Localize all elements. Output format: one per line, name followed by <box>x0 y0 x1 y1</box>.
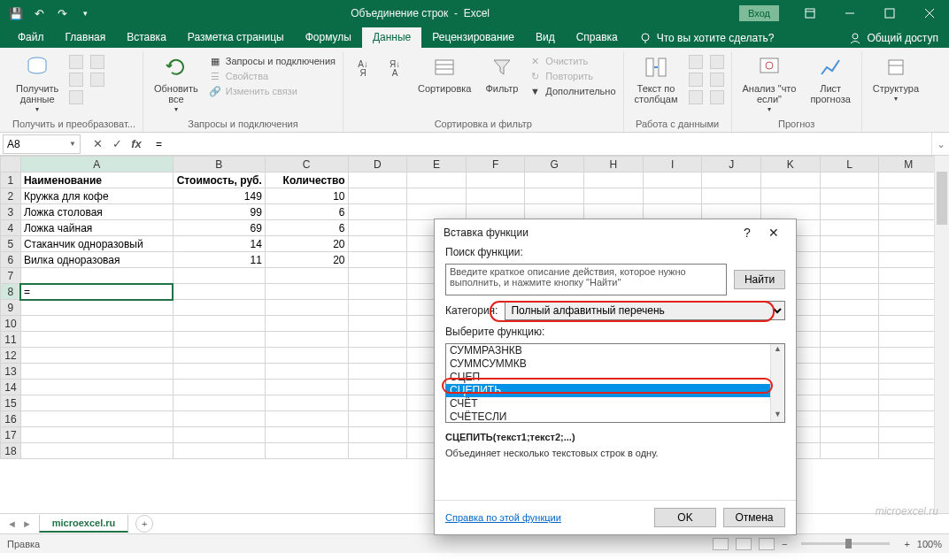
col-header[interactable]: G <box>525 157 584 173</box>
get-data-button[interactable]: Получить данные ▾ <box>12 51 62 116</box>
ok-button[interactable]: OK <box>654 508 716 527</box>
refresh-all-button[interactable]: Обновить все ▾ <box>150 51 202 116</box>
tab-help[interactable]: Справка <box>566 27 629 48</box>
redo-icon[interactable]: ↷ <box>55 6 69 20</box>
expand-formula-icon[interactable]: ⌄ <box>931 133 949 155</box>
cell[interactable]: Вилка одноразовая <box>20 252 173 268</box>
queries-connections-item[interactable]: ▦Запросы и подключения <box>209 55 336 67</box>
cell[interactable]: 11 <box>173 252 265 268</box>
sort-za-button[interactable]: Я↓А <box>382 51 407 83</box>
row-header[interactable]: 4 <box>1 220 21 236</box>
col-header[interactable]: K <box>761 157 821 173</box>
cell[interactable]: 149 <box>173 188 265 204</box>
dialog-close-icon[interactable]: ✕ <box>760 226 787 240</box>
view-page-layout-icon[interactable] <box>736 538 752 550</box>
row-header[interactable]: 3 <box>1 204 21 220</box>
col-header[interactable]: D <box>348 157 407 173</box>
dialog-help-icon[interactable]: ? <box>734 226 760 240</box>
view-normal-icon[interactable] <box>713 538 729 550</box>
datatools-mini-2[interactable] <box>710 51 724 104</box>
row-header[interactable]: 12 <box>1 348 21 364</box>
active-cell[interactable]: = <box>20 284 173 300</box>
function-option[interactable]: СЧЁТ <box>446 397 784 410</box>
cell[interactable]: 99 <box>173 204 265 220</box>
function-list[interactable]: СУММРАЗНКВ СУММСУММКВ СЦЕП СЦЕПИТЬ СЧЁТ … <box>445 343 785 423</box>
maximize-icon[interactable] <box>869 0 909 27</box>
save-icon[interactable]: 💾 <box>9 6 23 20</box>
row-header[interactable]: 8 <box>1 284 21 300</box>
get-data-mini-icons[interactable] <box>69 51 83 104</box>
text-to-columns-button[interactable]: Текст по столбцам <box>631 51 682 106</box>
cell[interactable]: 14 <box>173 236 265 252</box>
cancel-formula-icon[interactable]: ✕ <box>89 137 106 150</box>
fx-icon[interactable]: fx <box>127 137 145 150</box>
whatif-button[interactable]: Анализ "что если" ▾ <box>739 51 800 116</box>
tab-page-layout[interactable]: Разметка страницы <box>177 27 295 48</box>
undo-icon[interactable]: ↶ <box>32 6 46 20</box>
ribbon-options-icon[interactable] <box>790 0 829 27</box>
col-header[interactable]: M <box>879 157 934 173</box>
cell[interactable]: 69 <box>173 220 265 236</box>
row-header[interactable]: 18 <box>1 443 21 459</box>
row-header[interactable]: 2 <box>1 188 21 204</box>
zoom-slider[interactable] <box>801 542 890 545</box>
formula-input[interactable]: = <box>150 138 931 150</box>
tab-review[interactable]: Рецензирование <box>421 27 525 48</box>
row-header[interactable]: 7 <box>1 268 21 284</box>
enter-formula-icon[interactable]: ✓ <box>108 137 126 150</box>
sheet-tab[interactable]: microexcel.ru <box>39 515 129 533</box>
cell[interactable]: Количество <box>265 173 348 188</box>
datatools-mini-1[interactable] <box>689 51 703 104</box>
search-function-input[interactable] <box>445 264 727 295</box>
function-option[interactable]: СУММСУММКВ <box>446 357 784 371</box>
find-button[interactable]: Найти <box>734 270 785 289</box>
row-header[interactable]: 17 <box>1 427 21 443</box>
zoom-out-icon[interactable]: − <box>782 539 787 549</box>
row-header[interactable]: 5 <box>1 236 21 252</box>
cell[interactable]: 6 <box>265 204 348 220</box>
cell[interactable]: 20 <box>265 236 348 252</box>
cell[interactable]: 6 <box>265 220 348 236</box>
tab-data[interactable]: Данные <box>362 27 421 48</box>
cell[interactable]: Наименование <box>20 173 173 188</box>
cancel-button[interactable]: Отмена <box>723 508 785 527</box>
row-header[interactable]: 1 <box>1 173 21 188</box>
advanced-filter-item[interactable]: ▼Дополнительно <box>529 85 615 97</box>
vertical-scrollbar[interactable] <box>934 156 949 513</box>
tab-formulas[interactable]: Формулы <box>295 27 362 48</box>
cell[interactable]: Стоимость, руб. <box>173 173 265 188</box>
get-data-mini-icons-2[interactable] <box>90 51 104 87</box>
view-page-break-icon[interactable] <box>759 538 775 550</box>
minimize-icon[interactable] <box>829 0 869 27</box>
row-header[interactable]: 11 <box>1 332 21 348</box>
col-header[interactable]: I <box>643 157 702 173</box>
cell[interactable]: 10 <box>265 188 348 204</box>
function-option[interactable]: СЧЁТЕСЛИ <box>446 410 784 423</box>
function-help-link[interactable]: Справка по этой функции <box>445 512 647 523</box>
row-header[interactable]: 13 <box>1 364 21 380</box>
forecast-sheet-button[interactable]: Лист прогноза <box>806 51 853 106</box>
tab-file[interactable]: Файл <box>7 27 55 48</box>
row-header[interactable]: 16 <box>1 411 21 427</box>
cell[interactable]: Ложка столовая <box>20 204 173 220</box>
add-sheet-button[interactable]: + <box>135 515 153 533</box>
col-header[interactable]: F <box>466 157 525 173</box>
tell-me[interactable]: Что вы хотите сделать? <box>629 28 785 48</box>
close-icon[interactable] <box>909 0 949 27</box>
signin-button[interactable]: Вход <box>739 5 779 21</box>
cell[interactable]: 20 <box>265 252 348 268</box>
sort-button[interactable]: Сортировка <box>414 51 474 96</box>
function-option[interactable]: СУММРАЗНКВ <box>446 344 784 357</box>
cell[interactable]: Кружка для кофе <box>20 188 173 204</box>
col-header[interactable]: C <box>265 157 348 173</box>
row-header[interactable]: 14 <box>1 380 21 395</box>
function-option-selected[interactable]: СЦЕПИТЬ <box>446 384 784 397</box>
tab-home[interactable]: Главная <box>55 27 117 48</box>
list-scrollbar[interactable]: ▲▼ <box>770 344 784 422</box>
sheet-nav-prev-icon[interactable]: ◄ <box>7 518 17 529</box>
row-header[interactable]: 9 <box>1 300 21 316</box>
zoom-level[interactable]: 100% <box>917 539 942 549</box>
outline-button[interactable]: Структура ▾ <box>869 51 922 105</box>
qat-more-icon[interactable]: ▾ <box>78 6 92 20</box>
row-header[interactable]: 10 <box>1 316 21 332</box>
